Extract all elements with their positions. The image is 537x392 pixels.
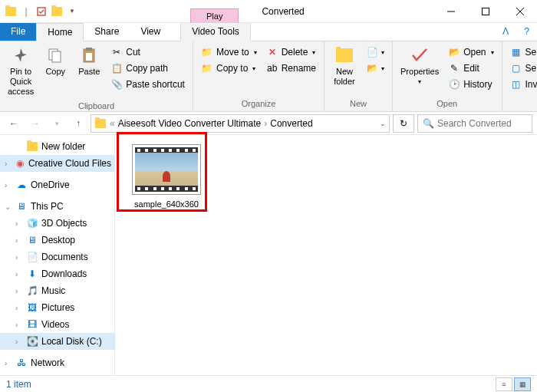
svg-rect-8 [86,48,92,51]
rename-button[interactable]: abRename [263,61,319,76]
move-to-button[interactable]: 📁Move to▾ [198,44,260,60]
tab-view[interactable]: View [130,23,171,41]
back-button[interactable]: ← [5,114,23,133]
copy-button[interactable]: Copy [38,43,72,79]
easy-access-button[interactable]: 📂▾ [363,61,387,76]
delete-button[interactable]: ✕Delete▾ [263,44,319,60]
folder-icon [94,117,107,130]
ribbon-group-new: New folder 📄▾ 📂▾ New [325,41,393,111]
history-button[interactable]: 🕑History [445,77,496,92]
status-bar: 1 item ≡ ▦ [0,375,537,392]
creative-cloud-icon: ◉ [15,157,25,170]
thumbnails-view-button[interactable]: ▦ [514,377,531,391]
downloads-icon: ⬇ [26,268,38,280]
chevron-down-icon[interactable]: ▼ [66,5,78,18]
tree-item-pictures[interactable]: ›🖼Pictures [0,299,114,316]
new-folder-button[interactable]: New folder [328,43,361,89]
properties-icon[interactable] [35,5,48,18]
paste-shortcut-button[interactable]: 📎Paste shortcut [107,77,188,92]
tab-home[interactable]: Home [36,23,84,41]
forward-button[interactable]: → [26,114,44,133]
copy-to-icon: 📁 [201,62,213,74]
help-button[interactable]: ? [516,23,537,41]
tree-item-local-disk[interactable]: ›💽Local Disk (C:) [0,333,114,350]
details-view-button[interactable]: ≡ [496,377,512,391]
tab-file[interactable]: File [0,23,36,41]
ribbon-collapse-button[interactable]: ᐱ [495,23,516,41]
navigation-pane[interactable]: New folder ›◉Creative Cloud Files ›☁OneD… [0,135,115,375]
select-none-icon: ▢ [510,62,522,74]
pin-to-quick-access-button[interactable]: Pin to Quick access [3,43,38,100]
item-count: 1 item [6,379,31,390]
svg-rect-6 [52,51,61,62]
tree-item-new-folder[interactable]: New folder [0,138,114,155]
select-all-button[interactable]: ▦Select all [507,44,537,60]
copy-path-icon: 📋 [110,62,123,74]
tree-item-music[interactable]: ›🎵Music [0,282,114,299]
chevron-down-icon: ▾ [381,49,384,56]
network-icon: 🖧 [15,357,28,369]
breadcrumb-item[interactable]: Converted [270,118,312,129]
cut-button[interactable]: ✂Cut [107,44,188,60]
rename-icon: ab [266,62,278,74]
tree-item-desktop[interactable]: ›🖥Desktop [0,232,114,249]
tree-item-this-pc[interactable]: ⌄🖥This PC [0,198,114,215]
refresh-button[interactable]: ↻ [393,114,414,133]
chevron-down-icon: ▾ [381,65,384,72]
ribbon-group-open: Properties ▾ 📂Open▾ ✎Edit 🕑History Open [393,41,502,111]
search-icon: 🔍 [423,118,434,129]
group-label-clipboard: Clipboard [3,100,189,112]
paste-icon [77,45,100,65]
ribbon-group-clipboard: Pin to Quick access Copy Paste ✂Cut 📋Cop… [0,41,193,111]
window-title: Converted [262,6,304,17]
copy-to-button[interactable]: 📁Copy to▾ [198,61,260,76]
copy-path-button[interactable]: 📋Copy path [107,61,188,76]
folder-icon[interactable] [5,5,17,18]
tree-item-3d-objects[interactable]: ›🧊3D Objects [0,215,114,232]
select-none-button[interactable]: ▢Select none [507,61,537,76]
delete-icon: ✕ [266,46,278,58]
open-button[interactable]: 📂Open▾ [445,44,496,60]
properties-button[interactable]: Properties ▾ [396,43,443,87]
ribbon-group-organize: 📁Move to▾ 📁Copy to▾ ✕Delete▾ abRename Or… [193,41,325,111]
recent-locations-button[interactable]: ▾ [48,114,66,133]
breadcrumb-item[interactable]: Aiseesoft Video Converter Ultimate› [118,118,268,129]
videos-icon: 🎞 [26,318,38,331]
ribbon: Pin to Quick access Copy Paste ✂Cut 📋Cop… [0,41,537,112]
new-item-button[interactable]: 📄▾ [363,44,387,60]
search-field[interactable] [437,118,527,129]
minimize-button[interactable] [433,0,468,23]
tab-share[interactable]: Share [84,23,130,41]
tree-item-videos[interactable]: ›🎞Videos [0,316,114,333]
new-folder-icon [333,45,356,65]
chevron-down-icon: ▾ [312,49,315,56]
disk-icon: 💽 [26,335,38,348]
invert-selection-button[interactable]: ◫Invert selection [507,77,537,92]
paste-button[interactable]: Paste [72,43,106,79]
close-button[interactable] [502,0,537,23]
edit-icon: ✎ [448,62,460,74]
maximize-button[interactable] [468,0,502,23]
invert-icon: ◫ [510,78,522,91]
search-input[interactable]: 🔍 [417,114,532,133]
breadcrumb-root-chevron[interactable]: « [110,118,115,129]
pc-icon: 🖥 [15,200,28,212]
tree-item-downloads[interactable]: ›⬇Downloads [0,265,114,282]
tab-video-tools[interactable]: Video Tools [180,23,251,41]
desktop-icon: 🖥 [26,234,38,246]
tree-item-creative-cloud[interactable]: ›◉Creative Cloud Files [0,155,114,172]
copy-icon [44,45,67,65]
up-button[interactable]: ↑ [69,114,87,133]
cloud-icon: ☁ [15,179,28,191]
main-area: New folder ›◉Creative Cloud Files ›☁OneD… [0,135,537,375]
file-list[interactable]: sample_640x360 [115,135,537,375]
folder-icon[interactable] [51,5,63,18]
address-dropdown-button[interactable]: ⌄ [380,120,386,127]
edit-button[interactable]: ✎Edit [445,61,496,76]
tree-item-onedrive[interactable]: ›☁OneDrive [0,176,114,193]
move-icon: 📁 [201,46,213,58]
new-item-icon: 📄 [366,46,378,58]
tree-item-documents[interactable]: ›📄Documents [0,249,114,265]
breadcrumb-box[interactable]: « Aiseesoft Video Converter Ultimate› Co… [91,114,390,133]
tree-item-network[interactable]: ›🖧Network [0,354,114,371]
